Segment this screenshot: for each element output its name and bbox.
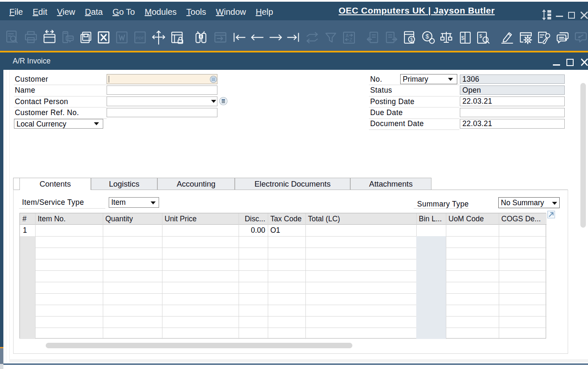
svg-text:Z: Z: [349, 38, 352, 42]
svg-text:$: $: [461, 35, 464, 41]
svg-text:A: A: [346, 33, 349, 38]
svg-text:PDF: PDF: [136, 36, 144, 40]
svg-text:$: $: [410, 37, 413, 42]
svg-text:$: $: [426, 33, 429, 40]
svg-text:$: $: [479, 33, 482, 39]
